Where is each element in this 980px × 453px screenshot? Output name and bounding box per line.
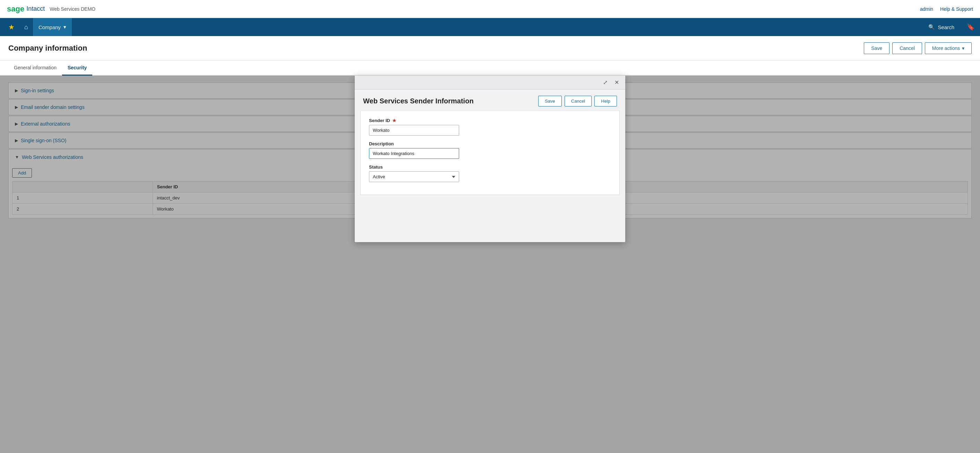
status-group: Status Active Inactive (369, 164, 611, 182)
logo: sage Intacct Web Services DEMO (7, 5, 95, 14)
home-icon[interactable]: ⌂ (19, 24, 33, 31)
cancel-button[interactable]: Cancel (892, 42, 922, 54)
page-title: Company information (8, 44, 87, 53)
top-bar-right: admin Help & Support (920, 6, 973, 12)
close-modal-button[interactable]: ✕ (612, 78, 621, 86)
description-label: Description (369, 141, 611, 147)
search-nav-label: Search (938, 24, 955, 30)
favorites-icon[interactable]: ★ (3, 23, 19, 31)
modal-title: Web Services Sender Information (363, 97, 474, 105)
modal-header: Web Services Sender Information Save Can… (355, 89, 625, 111)
modal-actions: Save Cancel Help (538, 96, 617, 107)
expand-icon: ⤢ (603, 80, 608, 85)
more-actions-button[interactable]: More actions ▾ (925, 42, 972, 54)
tab-security[interactable]: Security (62, 61, 92, 76)
description-group: Description (369, 141, 611, 159)
tab-general-information[interactable]: General information (8, 61, 62, 76)
modal-body: Sender ID ★ Description Status Active In… (360, 111, 620, 195)
tab-label: General information (14, 65, 57, 70)
status-label: Status (369, 164, 611, 170)
sender-id-label: Sender ID ★ (369, 118, 611, 123)
page-actions: Save Cancel More actions ▾ (864, 42, 972, 54)
top-bar: sage Intacct Web Services DEMO admin Hel… (0, 0, 980, 18)
close-icon: ✕ (614, 80, 619, 85)
company-nav-item[interactable]: Company ▾ (33, 18, 72, 36)
modal-save-button[interactable]: Save (538, 96, 562, 107)
required-indicator: ★ (392, 118, 396, 123)
sender-id-group: Sender ID ★ (369, 118, 611, 136)
environment-label: Web Services DEMO (49, 6, 95, 12)
bookmark-icon[interactable]: 🔖 (961, 23, 980, 31)
search-nav-item[interactable]: 🔍 Search (921, 18, 961, 36)
chevron-down-icon: ▾ (64, 24, 66, 30)
search-icon: 🔍 (928, 24, 935, 30)
modal-toolbar: ⤢ ✕ (355, 76, 625, 89)
intacct-wordmark: Intacct (26, 5, 45, 13)
chevron-down-icon: ▾ (962, 45, 964, 51)
page-header: Company information Save Cancel More act… (0, 36, 980, 61)
description-input[interactable] (369, 148, 459, 159)
sender-id-input[interactable] (369, 125, 459, 136)
nav-bar: ★ ⌂ Company ▾ 🔍 Search 🔖 (0, 18, 980, 36)
nav-right: 🔍 Search 🔖 (921, 18, 980, 36)
tab-label: Security (68, 65, 87, 70)
help-link[interactable]: Help & Support (940, 6, 973, 12)
modal-overlay: ⤢ ✕ Web Services Sender Information Save… (0, 76, 980, 453)
sage-wordmark: sage (7, 5, 24, 14)
admin-link[interactable]: admin (920, 6, 933, 12)
more-actions-label: More actions (932, 45, 960, 51)
modal-dialog: ⤢ ✕ Web Services Sender Information Save… (355, 76, 625, 242)
content-area: ▶ Sign-in settings ▶ Email sender domain… (0, 76, 980, 453)
tabs: General information Security (0, 61, 980, 76)
company-nav-label: Company (38, 24, 61, 30)
expand-modal-button[interactable]: ⤢ (601, 78, 609, 86)
status-select[interactable]: Active Inactive (369, 171, 459, 182)
save-button[interactable]: Save (864, 42, 889, 54)
modal-help-button[interactable]: Help (594, 96, 617, 107)
modal-cancel-button[interactable]: Cancel (565, 96, 592, 107)
